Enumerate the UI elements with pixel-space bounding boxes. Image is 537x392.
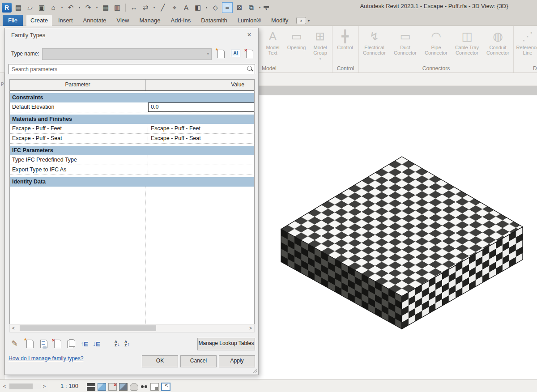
- chevron-down-icon[interactable]: ▾: [95, 5, 99, 9]
- panel-up-icon[interactable]: ▲: [296, 17, 306, 24]
- table-row[interactable]: Export Type to IFC As: [10, 165, 254, 175]
- redo-icon[interactable]: ↷: [83, 3, 93, 13]
- tab-add-ins[interactable]: Add-Ins: [166, 15, 195, 26]
- tab-file[interactable]: File: [3, 15, 23, 26]
- scrollbar-track[interactable]: [8, 383, 41, 389]
- rename-type-button[interactable]: AI: [230, 48, 241, 60]
- open-icon[interactable]: ▱: [25, 3, 35, 13]
- sun-path-icon[interactable]: [108, 383, 117, 391]
- tab-create[interactable]: Create: [26, 15, 52, 26]
- type-name-select[interactable]: ▾: [42, 48, 212, 60]
- horizontal-scrollbar[interactable]: < >: [0, 380, 49, 392]
- visual-style-icon[interactable]: [98, 383, 106, 391]
- move-down-button[interactable]: ↓ E: [93, 340, 100, 348]
- scroll-left-icon[interactable]: <: [1, 383, 8, 389]
- tab-datasmith[interactable]: Datasmith: [197, 15, 231, 26]
- measure-icon[interactable]: ↔: [129, 3, 139, 13]
- locked-orientation-icon[interactable]: [150, 383, 159, 391]
- puff-3d-model[interactable]: [260, 95, 537, 379]
- param-value-cell[interactable]: Escape - Puff - Feet: [148, 124, 254, 133]
- chevron-down-icon[interactable]: ▾: [152, 5, 156, 9]
- model-text-button[interactable]: A Model Text: [261, 28, 285, 55]
- rendering-dialog-icon[interactable]: [130, 383, 138, 391]
- move-up-button[interactable]: ↑ E: [81, 340, 88, 348]
- detail-measure-icon[interactable]: ╱: [158, 3, 168, 13]
- close-hidden-windows-icon[interactable]: ⊠: [234, 3, 244, 13]
- table-row[interactable]: Default Elevation 0.0: [10, 102, 254, 112]
- switch-windows-icon[interactable]: ⧉: [246, 3, 256, 13]
- sort-descending-button[interactable]: AZ ↑: [124, 340, 130, 347]
- section-icon[interactable]: ◇: [210, 3, 220, 13]
- chevron-down-icon[interactable]: ▾: [205, 5, 209, 9]
- detail-level-icon[interactable]: [87, 383, 95, 391]
- undo-icon[interactable]: ↶: [66, 3, 76, 13]
- cancel-button[interactable]: Cancel: [180, 355, 217, 367]
- control-button[interactable]: ╋ Control: [332, 28, 358, 50]
- close-icon[interactable]: ×: [245, 30, 254, 39]
- scroll-left-icon[interactable]: <: [10, 326, 17, 331]
- param-value-cell[interactable]: 0.0: [148, 102, 254, 112]
- tab-modify[interactable]: Modify: [267, 15, 292, 26]
- chevron-down-icon[interactable]: ▾: [60, 5, 64, 9]
- scrollbar-thumb[interactable]: [9, 383, 33, 389]
- tag-by-category-icon[interactable]: ⌖: [170, 3, 179, 13]
- parameter-properties-icon[interactable]: [39, 338, 48, 349]
- customize-qat-icon[interactable]: ▾: [264, 6, 269, 11]
- collapse-view-bar-icon[interactable]: <: [165, 382, 168, 388]
- default-3d-view-icon[interactable]: ◧: [193, 3, 203, 13]
- scrollbar-track[interactable]: [17, 325, 247, 332]
- chevron-down-icon[interactable]: ▾: [258, 5, 262, 9]
- scrollbar-thumb[interactable]: [20, 325, 156, 331]
- save-icon[interactable]: ▣: [37, 3, 47, 13]
- tab-annotate[interactable]: Annotate: [79, 15, 111, 26]
- column-header-value[interactable]: Value: [146, 80, 254, 90]
- duplicate-parameter-icon[interactable]: [67, 338, 76, 349]
- manage-lookup-tables-button[interactable]: Manage Lookup Tables: [197, 338, 255, 350]
- shadows-icon[interactable]: [119, 383, 128, 391]
- tab-manage[interactable]: Manage: [136, 15, 165, 26]
- delete-type-button[interactable]: ×: [244, 48, 255, 60]
- param-value-cell[interactable]: [148, 165, 254, 175]
- opening-button[interactable]: ▭ Opening: [285, 28, 308, 50]
- export-pdf-icon[interactable]: ▥: [112, 3, 122, 13]
- text-icon[interactable]: A: [181, 3, 191, 13]
- aligned-dimension-icon[interactable]: ⇄: [141, 3, 150, 13]
- pipe-connector-button[interactable]: ◠ Pipe Connector: [421, 28, 452, 55]
- search-icon[interactable]: [247, 66, 252, 71]
- electrical-connector-button[interactable]: ↯ Electrical Connector: [359, 28, 390, 55]
- apply-button[interactable]: Apply: [219, 355, 255, 367]
- view-scale-button[interactable]: 1 : 100: [56, 382, 82, 391]
- table-row[interactable]: Escape - Puff - Feet Escape - Puff - Fee…: [10, 124, 254, 134]
- new-parameter-icon[interactable]: *: [25, 338, 34, 349]
- table-row[interactable]: Escape - Puff - Seat Escape - Puff - Sea…: [10, 134, 254, 144]
- tab-lumion[interactable]: Lumion®: [234, 15, 265, 26]
- family-types-icon[interactable]: ≡: [222, 2, 233, 13]
- param-value-input[interactable]: 0.0: [148, 102, 254, 112]
- param-value-cell[interactable]: Escape - Puff - Seat: [148, 134, 254, 143]
- column-header-parameter[interactable]: Parameter: [10, 80, 146, 90]
- hide-isolate-icon[interactable]: [141, 383, 148, 390]
- duct-connector-button[interactable]: ▭ Duct Connector: [390, 28, 421, 55]
- table-horizontal-scrollbar[interactable]: < >: [9, 324, 255, 332]
- cable-tray-connector-button[interactable]: ◫ Cable Tray Connector: [452, 28, 482, 55]
- delete-parameter-icon[interactable]: ×: [53, 338, 62, 349]
- print-icon[interactable]: ▦: [101, 3, 111, 13]
- reference-line-button[interactable]: ⋰ Reference Line: [514, 28, 537, 55]
- param-value-cell[interactable]: [148, 155, 254, 165]
- tab-view[interactable]: View: [113, 15, 133, 26]
- tab-insert[interactable]: Insert: [54, 15, 77, 26]
- table-row[interactable]: Type IFC Predefined Type: [10, 155, 254, 165]
- ribbon-display-toggle[interactable]: ▲ ▾: [296, 17, 312, 24]
- home-view-icon[interactable]: ⌂: [48, 3, 58, 13]
- properties-icon[interactable]: ▤: [13, 3, 23, 13]
- model-group-button[interactable]: ⊞ Model Group ▾: [308, 28, 332, 62]
- new-type-button[interactable]: *: [216, 48, 226, 60]
- scroll-right-icon[interactable]: >: [41, 383, 47, 389]
- chevron-down-icon[interactable]: ▾: [308, 19, 310, 23]
- conduit-connector-button[interactable]: ◍ Conduit Connector: [482, 28, 513, 55]
- chevron-down-icon[interactable]: ▾: [77, 5, 81, 9]
- help-link[interactable]: How do I manage family types?: [9, 355, 83, 362]
- ok-button[interactable]: OK: [142, 355, 178, 367]
- revit-logo[interactable]: R: [2, 3, 12, 13]
- resize-grip[interactable]: [252, 369, 257, 373]
